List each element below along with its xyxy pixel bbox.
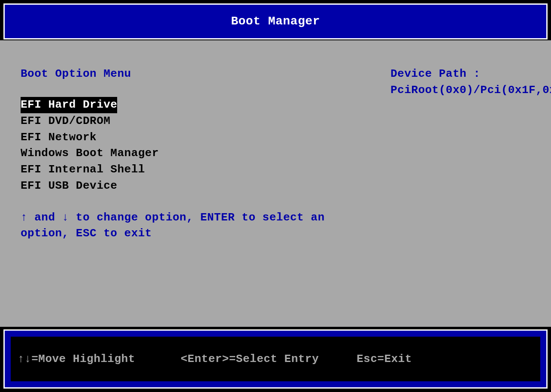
boot-option-efi-network[interactable]: EFI Network	[21, 130, 97, 146]
boot-option-efi-hard-drive[interactable]: EFI Hard Drive	[21, 97, 117, 113]
main-panel: Boot Option Menu EFI Hard Drive EFI DVD/…	[0, 40, 551, 327]
boot-option-windows-boot-manager[interactable]: Windows Boot Manager	[21, 145, 159, 162]
footer-help-bar: ↑↓=Move Highlight <Enter>=Select Entry E…	[11, 337, 540, 381]
header-bar: Boot Manager	[3, 3, 548, 39]
footer-bar: ↑↓=Move Highlight <Enter>=Select Entry E…	[3, 329, 548, 389]
help-exit: Esc=Exit	[357, 351, 412, 367]
menu-heading: Boot Option Menu	[21, 66, 347, 81]
side-info-panel: Device Path : PciRoot(0x0)/Pci(0x1F,0x2)…	[391, 40, 542, 98]
boot-option-efi-dvd-cdrom[interactable]: EFI DVD/CDROM	[21, 113, 110, 130]
left-panel: Boot Option Menu EFI Hard Drive EFI DVD/…	[21, 40, 347, 242]
navigation-instructions: ↑ and ↓ to change option, ENTER to selec…	[21, 210, 330, 242]
boot-option-efi-internal-shell[interactable]: EFI Internal Shell	[21, 162, 145, 178]
boot-option-efi-usb-device[interactable]: EFI USB Device	[21, 178, 117, 194]
page-title: Boot Manager	[231, 13, 320, 30]
boot-option-list: EFI Hard Drive EFI DVD/CDROM EFI Network…	[21, 97, 347, 194]
help-select-entry: <Enter>=Select Entry	[181, 351, 357, 367]
device-path-value: PciRoot(0x0)/Pci(0x1F,0x2)/Sata(0x0,0x0,…	[391, 82, 542, 99]
help-move-highlight: ↑↓=Move Highlight	[18, 351, 181, 367]
device-path-label: Device Path :	[391, 66, 542, 82]
